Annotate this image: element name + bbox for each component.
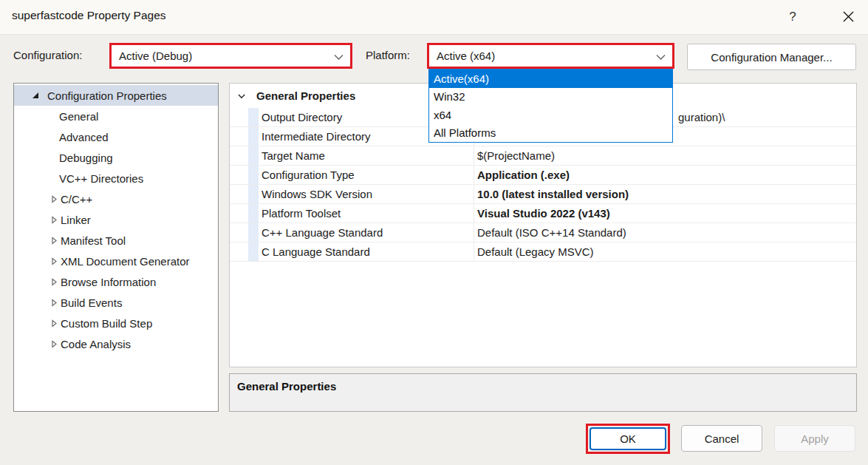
tree-item-label: Browse Information: [61, 276, 156, 288]
row-gutter: [248, 108, 259, 126]
row-gutter: [248, 223, 259, 242]
collapsed-triangle-icon[interactable]: [49, 195, 58, 203]
collapsed-triangle-icon[interactable]: [49, 237, 58, 245]
property-name: C Language Standard: [262, 245, 474, 258]
tree-item-label: General: [59, 110, 98, 123]
chevron-down-icon: [237, 92, 246, 101]
ok-button-highlight: OK: [586, 424, 670, 454]
close-button[interactable]: [832, 0, 864, 33]
tree-item-build-events[interactable]: Build Events: [14, 292, 218, 313]
configuration-combo-highlight: Active (Debug): [109, 43, 352, 69]
property-value[interactable]: $(ProjectName): [477, 149, 555, 162]
expanded-triangle-icon[interactable]: [31, 92, 40, 99]
property-row-c-language-standard[interactable]: C Language Standard Default (Legacy MSVC…: [230, 242, 856, 262]
platform-combobox[interactable]: Active (x64): [429, 45, 672, 67]
tree-item-advanced[interactable]: Advanced: [14, 126, 218, 147]
tree-item-xml-document-generator[interactable]: XML Document Generator: [14, 251, 218, 271]
tree-item-label: Code Analysis: [61, 338, 131, 350]
tree-item-label: Configuration Properties: [47, 89, 167, 102]
property-name: Windows SDK Version: [262, 188, 474, 200]
ok-button[interactable]: OK: [590, 427, 666, 450]
dropdown-item-all-platforms[interactable]: All Platforms: [429, 124, 672, 143]
row-gutter: [248, 204, 259, 223]
tree-item-label: Manifest Tool: [61, 234, 126, 247]
chevron-down-icon: [656, 50, 666, 62]
help-icon: ?: [789, 10, 796, 24]
tree-item-label: Linker: [61, 214, 91, 226]
property-name: Target Name: [262, 149, 474, 162]
row-gutter: [248, 146, 259, 165]
tree-item-code-analysis[interactable]: Code Analysis: [14, 333, 218, 354]
property-row-windows-sdk-version[interactable]: Windows SDK Version 10.0 (latest install…: [230, 185, 856, 204]
collapsed-triangle-icon[interactable]: [49, 278, 58, 286]
cancel-button[interactable]: Cancel: [681, 425, 762, 452]
row-gutter: [248, 185, 259, 203]
collapsed-triangle-icon[interactable]: [49, 340, 58, 348]
configuration-label: Configuration:: [13, 49, 82, 61]
property-row-cpp-language-standard[interactable]: C++ Language Standard Default (ISO C++14…: [230, 223, 856, 242]
row-gutter: [248, 127, 259, 146]
property-pages-dialog: { "window": { "title": "superfastcode Pr…: [0, 0, 868, 465]
property-row-target-name[interactable]: Target Name $(ProjectName): [230, 146, 856, 166]
title-bar: superfastcode Property Pages ?: [0, 0, 868, 35]
configuration-combobox[interactable]: Active (Debug): [112, 45, 350, 67]
help-button[interactable]: ?: [780, 0, 805, 33]
apply-button-label: Apply: [801, 432, 829, 445]
property-name: Configuration Type: [262, 169, 474, 181]
tree-item-custom-build-step[interactable]: Custom Build Step: [14, 313, 218, 333]
dropdown-item-active-x64[interactable]: Active(x64): [429, 69, 672, 88]
tree-item-browse-information[interactable]: Browse Information: [14, 271, 218, 292]
description-box: General Properties: [229, 373, 857, 412]
tree-item-configuration-properties[interactable]: Configuration Properties: [14, 85, 218, 106]
dropdown-item-x64[interactable]: x64: [429, 106, 672, 124]
close-icon: [843, 11, 854, 22]
dropdown-item-win32[interactable]: Win32: [429, 88, 672, 106]
configuration-manager-button[interactable]: Configuration Manager...: [687, 44, 856, 70]
tree-item-label: Debugging: [59, 152, 113, 164]
property-row-configuration-type[interactable]: Configuration Type Application (.exe): [230, 166, 856, 185]
tree-item-linker[interactable]: Linker: [14, 209, 218, 230]
row-gutter: [248, 242, 259, 261]
property-row-platform-toolset[interactable]: Platform Toolset Visual Studio 2022 (v14…: [230, 204, 856, 223]
property-value[interactable]: 10.0 (latest installed version): [477, 188, 629, 200]
platform-combo-highlight: Active (x64): [427, 43, 674, 69]
platform-combobox-value: Active (x64): [437, 50, 495, 62]
tree-item-label: Build Events: [61, 296, 122, 309]
cancel-button-label: Cancel: [705, 432, 739, 445]
tree-item-manifest-tool[interactable]: Manifest Tool: [14, 230, 218, 251]
tree-item-general[interactable]: General: [14, 106, 218, 126]
tree-item-label: Advanced: [59, 131, 109, 143]
tree-item-label: C/C++: [61, 193, 92, 206]
apply-button: Apply: [774, 425, 855, 452]
configuration-tree: Configuration Properties General Advance…: [13, 83, 219, 412]
property-value[interactable]: Visual Studio 2022 (v143): [477, 207, 610, 220]
section-header-label: General Properties: [256, 89, 355, 102]
tree-item-debugging[interactable]: Debugging: [14, 147, 218, 168]
property-name: Platform Toolset: [262, 207, 474, 220]
property-value[interactable]: Default (ISO C++14 Standard): [477, 226, 626, 239]
platform-dropdown-list: Active(x64) Win32 x64 All Platforms: [428, 69, 673, 143]
tree-item-label: Custom Build Step: [61, 317, 152, 330]
collapsed-triangle-icon[interactable]: [49, 257, 58, 265]
window-title: superfastcode Property Pages: [12, 9, 166, 22]
tree-item-label: XML Document Generator: [61, 255, 190, 268]
tree-item-label: VC++ Directories: [59, 172, 143, 185]
collapsed-triangle-icon[interactable]: [49, 299, 58, 307]
description-title: General Properties: [237, 380, 336, 393]
collapsed-triangle-icon[interactable]: [49, 319, 58, 327]
tree-item-c-cpp[interactable]: C/C++: [14, 189, 218, 209]
platform-label: Platform:: [366, 49, 410, 61]
chevron-down-icon: [334, 50, 344, 62]
configuration-combobox-value: Active (Debug): [119, 50, 192, 62]
collapsed-triangle-icon[interactable]: [49, 216, 58, 224]
configuration-manager-label: Configuration Manager...: [711, 51, 832, 64]
property-value[interactable]: Application (.exe): [477, 169, 570, 181]
row-gutter: [248, 166, 259, 184]
tree-item-vcpp-directories[interactable]: VC++ Directories: [14, 168, 218, 189]
property-value[interactable]: Default (Legacy MSVC): [477, 245, 594, 258]
ok-button-label: OK: [620, 432, 636, 445]
property-name: C++ Language Standard: [262, 226, 474, 239]
